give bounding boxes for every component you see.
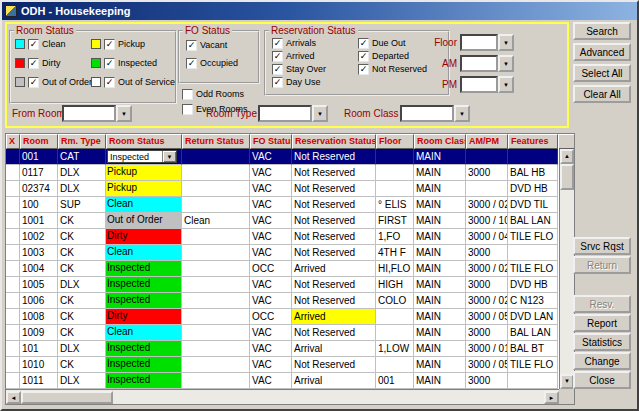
column-header-room[interactable]: Room [20,134,58,149]
clean-checkbox[interactable]: ✓ [28,39,39,50]
cell-rm_type-1006[interactable]: CK [58,293,106,309]
cell-features-1011[interactable] [508,373,558,389]
cell-res_status-1010[interactable]: Not Reserved [292,357,376,373]
from-room-dropdown-icon[interactable]: ▼ [116,105,132,122]
cell-floor-1002[interactable]: 1,FO [376,229,414,245]
am-combo-value[interactable] [460,55,498,72]
cell-rm_type-02374[interactable]: DLX [58,181,106,197]
search-button[interactable]: Search [573,22,631,40]
cell-features-1005[interactable]: DVD HB [508,277,558,293]
cell-features-101[interactable]: BAL BT [508,341,558,357]
scroll-up-icon[interactable]: ▲ [560,149,574,164]
cell-ampm-101[interactable]: 3000 / 01 [466,341,508,357]
cell-rm_type-1004[interactable]: CK [58,261,106,277]
cell-room_status-1003[interactable]: Clean [106,245,182,261]
cell-x-001[interactable] [6,149,20,165]
cell-room_status-1011[interactable]: Inspected [106,373,182,389]
cell-room-101[interactable]: 101 [20,341,58,357]
day-use-checkbox[interactable]: ✓ [272,77,283,88]
cell-rm_type-1003[interactable]: CK [58,245,106,261]
cell-room_status-1006[interactable]: Inspected [106,293,182,309]
cell-ampm-02374[interactable] [466,181,508,197]
column-header-room-status[interactable]: Room Status [106,134,182,149]
cell-fo_status-1003[interactable]: VAC [250,245,292,261]
cell-floor-02374[interactable] [376,181,414,197]
cell-room-1004[interactable]: 1004 [20,261,58,277]
close-button[interactable]: Close [573,371,631,389]
cell-room_class-1009[interactable]: MAIN [414,325,466,341]
cell-features-0117[interactable]: BAL HB [508,165,558,181]
room-class-combo[interactable]: ▼ [400,105,470,122]
cell-x-101[interactable] [6,341,20,357]
cell-ampm-1006[interactable]: 3000 / 02 [466,293,508,309]
table-row-1009[interactable]: 1009CKCleanVACNot ReservedMAIN3000BAL LA… [6,325,559,341]
cell-room-1010[interactable]: 1010 [20,357,58,373]
cell-room_class-101[interactable]: MAIN [414,341,466,357]
from-room-combo[interactable]: ▼ [62,105,132,122]
clear-all-button[interactable]: Clear All [573,85,631,103]
cell-ampm-1003[interactable]: 3000 [466,245,508,261]
cell-fo_status-1008[interactable]: OCC [250,309,292,325]
cell-ampm-1004[interactable]: 3000 / 02 [466,261,508,277]
inspected-checkbox[interactable]: ✓ [104,58,115,69]
cell-features-1002[interactable]: TILE FLO [508,229,558,245]
cell-x-0117[interactable] [6,165,20,181]
cell-room_status-1009[interactable]: Clean [106,325,182,341]
cell-room-1008[interactable]: 1008 [20,309,58,325]
select-all-button[interactable]: Select All [573,64,631,82]
cell-room_status-0117[interactable]: Pickup [106,165,182,181]
cell-room_class-1011[interactable]: MAIN [414,373,466,389]
column-header-return-status[interactable]: Return Status [182,134,250,149]
cell-rm_type-1011[interactable]: DLX [58,373,106,389]
cell-floor-1008[interactable] [376,309,414,325]
vertical-scroll-thumb[interactable] [560,164,574,190]
column-header-features[interactable]: Features [508,134,558,149]
column-header-am-pm[interactable]: AM/PM [466,134,508,149]
cell-room_class-1001[interactable]: MAIN [414,213,466,229]
cell-room_class-0117[interactable]: MAIN [414,165,466,181]
cell-x-1002[interactable] [6,229,20,245]
column-header-room-class[interactable]: Room Class [414,134,466,149]
cell-return_status-1008[interactable] [182,309,250,325]
cell-ampm-100[interactable]: 3000 / 02 [466,197,508,213]
cell-fo_status-1004[interactable]: OCC [250,261,292,277]
cell-room_class-02374[interactable]: MAIN [414,181,466,197]
table-row-1006[interactable]: 1006CKInspectedVACNot ReservedCOLOMAIN30… [6,293,559,309]
column-header-rm-type[interactable]: Rm. Type [58,134,106,149]
cell-floor-001[interactable] [376,149,414,165]
scroll-left-icon[interactable]: ◄ [6,391,21,404]
arrivals-checkbox[interactable]: ✓ [272,38,283,49]
table-row-1004[interactable]: 1004CKInspectedOCCArrivedHI,FLOMAIN3000 … [6,261,559,277]
cell-x-1010[interactable] [6,357,20,373]
cell-x-1008[interactable] [6,309,20,325]
from-room-combo-value[interactable] [62,105,116,122]
table-row-1005[interactable]: 1005DLXInspectedVACNot ReservedHIGHMAIN3… [6,277,559,293]
odd-rooms-checkbox[interactable] [182,89,193,100]
table-row-02374[interactable]: 02374DLXPickupVACNot ReservedMAINDVD HB [6,181,559,197]
cell-fo_status-101[interactable]: VAC [250,341,292,357]
cell-features-1009[interactable]: BAL LAN [508,325,558,341]
cell-return_status-1005[interactable] [182,277,250,293]
scroll-right-icon[interactable]: ► [544,391,559,404]
cell-room-1003[interactable]: 1003 [20,245,58,261]
cell-room_status-101[interactable]: Inspected [106,341,182,357]
cell-return_status-0117[interactable] [182,165,250,181]
cell-rm_type-1009[interactable]: CK [58,325,106,341]
cell-room_status-1002[interactable]: Dirty [106,229,182,245]
cell-floor-1006[interactable]: COLO [376,293,414,309]
cell-rm_type-1002[interactable]: CK [58,229,106,245]
cell-res_status-1006[interactable]: Not Reserved [292,293,376,309]
cell-room_status-1004[interactable]: Inspected [106,261,182,277]
out-of-service-checkbox[interactable]: ✓ [104,77,115,88]
occupied-checkbox[interactable]: ✓ [186,58,197,69]
pm-combo-value[interactable] [460,76,498,93]
cell-room_status-100[interactable]: Clean [106,197,182,213]
cell-res_status-1009[interactable]: Not Reserved [292,325,376,341]
due-out-checkbox[interactable]: ✓ [358,38,369,49]
column-header-floor[interactable]: Floor [376,134,414,149]
room-class-dropdown-icon[interactable]: ▼ [454,105,470,122]
cell-x-1003[interactable] [6,245,20,261]
cell-room-1005[interactable]: 1005 [20,277,58,293]
cell-room_class-1008[interactable]: MAIN [414,309,466,325]
room-type-combo[interactable]: ▼ [258,105,328,122]
